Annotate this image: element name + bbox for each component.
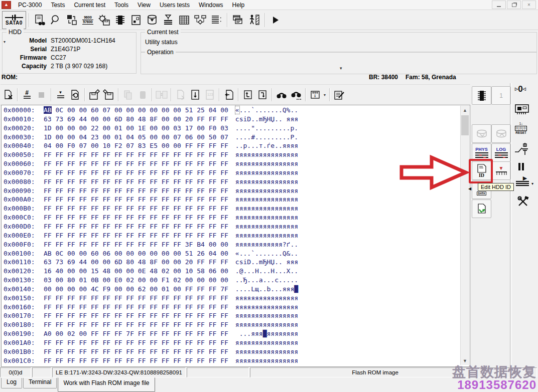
hex-info-button[interactable]: i: [308, 88, 322, 102]
hex-row[interactable]: 0x000D0:FF FF FF FF FF FF FF FF FF FF FF…: [4, 222, 298, 231]
hex-compare-button[interactable]: [154, 88, 169, 102]
chip-page-button[interactable]: 1: [491, 86, 511, 105]
start-ata-button[interactable]: ▶: [516, 175, 529, 186]
hex-copy-button[interactable]: [120, 88, 135, 102]
heads-map-button[interactable]: [160, 12, 176, 28]
hex-edit-notes-button[interactable]: [332, 88, 346, 102]
hex-read-from-file-button[interactable]: [87, 88, 101, 102]
hex-load-button[interactable]: [188, 88, 202, 102]
hex-row[interactable]: 0x00150:FF FF FF FF FF FF FF FF FF FF FF…: [4, 294, 298, 303]
hex-row[interactable]: 0x00090:FF FF FF FF FF FF FF FF FF FF FF…: [4, 186, 298, 195]
edit-hdd-id-button[interactable]: ID: [472, 161, 491, 180]
menu-item-current-test[interactable]: Current test: [69, 1, 110, 9]
scroll-up-button[interactable]: ▲: [461, 106, 469, 114]
hex-row[interactable]: 0x00010:63 73 69 44 00 00 6D 80 48 8F 00…: [4, 115, 298, 124]
rom-chip-select-button[interactable]: [472, 86, 491, 105]
tools-button[interactable]: [517, 195, 529, 208]
hex-row[interactable]: 0x001C0:FF FF FF FF FF FF FF FF FF FF FF…: [4, 356, 298, 365]
hex-row[interactable]: 0x000F0:FF FF FF FF FF FF FF FF FF FF FF…: [4, 240, 298, 249]
hex-row[interactable]: 0x00130:03 00 80 01 0B 00 E0 02 00 00 F1…: [4, 276, 298, 285]
power-relay-button[interactable]: [514, 142, 530, 156]
defect-graph-button[interactable]: ▼: [491, 161, 511, 180]
hex-row[interactable]: 0x001B0:FF FF FF FF FF FF FF FF FF FF FF…: [4, 347, 298, 356]
hex-row[interactable]: 0x000B0:FF FF FF FF FF FF FF FF FF FF FF…: [4, 204, 298, 213]
hex-find-button[interactable]: [274, 88, 289, 102]
scrollbar-thumb[interactable]: [461, 115, 469, 135]
database-button[interactable]: [144, 12, 160, 28]
hex-page-up-button[interactable]: [240, 88, 255, 102]
hex-row[interactable]: 0x00170:FF FF FF FF FF FF FF FF FF FF FF…: [4, 311, 298, 320]
scroll-down-button[interactable]: ▼: [461, 356, 469, 365]
pc-card-button[interactable]: [514, 103, 529, 116]
hex-filter-button[interactable]: ▼: [53, 88, 68, 102]
start-test-button[interactable]: [267, 12, 284, 28]
close-button[interactable]: ×: [522, 1, 536, 9]
hex-row[interactable]: 0x00020:1D 00 00 00 22 00 01 00 1E 00 00…: [4, 124, 298, 133]
write-rom-button[interactable]: [491, 124, 511, 143]
read-rom-button[interactable]: [472, 124, 491, 143]
hex-address-mode-button[interactable]: #: [20, 88, 34, 102]
baud-rate-button[interactable]: 9600 57600: [80, 12, 96, 28]
rom-chip-button[interactable]: [112, 12, 128, 28]
drive-passport-button[interactable]: [32, 12, 48, 28]
reload-rom-button[interactable]: [472, 200, 491, 218]
hex-save-to-file-button[interactable]: [101, 88, 116, 102]
hex-stop-button[interactable]: [34, 88, 49, 102]
hex-numbers-button[interactable]: 123: [202, 88, 217, 102]
menu-item-windows[interactable]: Windows: [194, 1, 228, 9]
menu-item-help[interactable]: Help: [228, 1, 249, 9]
user-tests-button[interactable]: [246, 12, 262, 28]
hex-row[interactable]: 0x00120:16 40 00 00 15 48 00 00 0E 48 02…: [4, 267, 298, 276]
hex-row[interactable]: 0x001A0:FF FF FF FF FF FF FF FF FF FF FF…: [4, 338, 298, 347]
hex-row[interactable]: 0x000A0:FF FF FF FF FF FF FF FF FF FF FF…: [4, 195, 298, 204]
hex-row[interactable]: 0x00110:63 73 69 44 00 00 6D 80 48 8F 00…: [4, 258, 298, 267]
start-dropdown-chevron-icon[interactable]: ▾: [531, 181, 533, 186]
hex-row[interactable]: 0x00000:AB 0C 00 00 60 07 00 00 00 00 00…: [4, 106, 298, 115]
hex-send-button[interactable]: [173, 88, 188, 102]
scheme-button[interactable]: [192, 12, 208, 28]
hex-row[interactable]: 0x00040:04 00 F0 07 00 10 F2 07 83 E5 00…: [4, 141, 298, 150]
operation-dropdown-chevron-icon[interactable]: ▾: [340, 66, 342, 71]
tab-terminal[interactable]: Terminal: [23, 378, 57, 388]
hex-row[interactable]: 0x00160:FF FF FF FF FF FF FF FF FF FF FF…: [4, 303, 298, 312]
hex-row[interactable]: 0x00050:FF FF FF FF FF FF FF FF FF FF FF…: [4, 150, 298, 159]
hex-editor-area[interactable]: 0x00000:AB 0C 00 00 60 07 00 00 00 00 00…: [1, 105, 470, 367]
pause-button[interactable]: [518, 163, 524, 170]
hex-info-dropdown-chevron-icon[interactable]: ▼: [322, 88, 327, 101]
hex-paste-button[interactable]: [135, 88, 150, 102]
hex-row[interactable]: 0x00190:A0 00 02 00 FF FF FF 7F FF FF FF…: [4, 329, 298, 338]
hex-row[interactable]: 0x00070:FF FF FF FF FF FF FF FF FF FF FF…: [4, 168, 298, 177]
phys-mode-button[interactable]: PHYS: [472, 143, 491, 162]
card-reader-button[interactable]: [64, 12, 80, 28]
hex-close-button[interactable]: [1, 88, 15, 102]
hex-row[interactable]: 0x00060:FF FF FF FF FF FF FF FF FF FF FF…: [4, 159, 298, 168]
reset-button[interactable]: 1↓ 0|0|0 RESET: [515, 122, 527, 135]
hex-refresh-button[interactable]: [68, 88, 82, 102]
hex-row[interactable]: 0x000C0:FF FF FF FF FF FF FF FF FF FF FF…: [4, 213, 298, 222]
tab-log[interactable]: Log: [1, 378, 22, 388]
hex-row[interactable]: 0x00140:00 00 00 00 4C F9 00 00 62 00 01…: [4, 285, 298, 294]
menu-item-view[interactable]: View: [133, 1, 155, 9]
resources-button[interactable]: [128, 12, 144, 28]
log-mode-button[interactable]: LOG: [491, 143, 511, 162]
hex-find-next-button[interactable]: [289, 88, 303, 102]
menu-item-users-tests[interactable]: Users tests: [155, 1, 194, 9]
menu-item-tools[interactable]: Tools: [110, 1, 133, 9]
hex-row[interactable]: 0x00080:FF FF FF FF FF FF FF FF FF FF FF…: [4, 177, 298, 186]
script-button[interactable]: [208, 12, 224, 28]
terminal-zero-button[interactable]: ▷0◁: [515, 85, 526, 93]
windows-list-button[interactable]: [230, 12, 246, 28]
hex-row[interactable]: 0x00100:AB 0C 00 00 60 06 00 00 00 00 00…: [4, 249, 298, 258]
sata-port-button[interactable]: SATA0: [2, 11, 26, 29]
hex-row[interactable]: 0x000E0:FF FF FF FF FF FF FF FF FF FF FF…: [4, 231, 298, 240]
lamp-button[interactable]: [48, 12, 64, 28]
tab-work-with-flash-rom-image-file[interactable]: Work with Flash ROM image file: [58, 377, 155, 392]
minimize-button[interactable]: [492, 1, 506, 9]
menu-item-tests[interactable]: Tests: [46, 1, 69, 9]
hex-page-down-button[interactable]: [255, 88, 270, 102]
hdd-select-chevron-icon[interactable]: ▾: [4, 40, 6, 44]
hex-row[interactable]: 0x00180:FF FF FF FF FF FF FF FF FF FF FF…: [4, 320, 298, 329]
hex-vertical-scrollbar[interactable]: ▲ ▼: [460, 106, 469, 365]
sector-map-button[interactable]: [176, 12, 192, 28]
hex-back-button[interactable]: [221, 88, 236, 102]
